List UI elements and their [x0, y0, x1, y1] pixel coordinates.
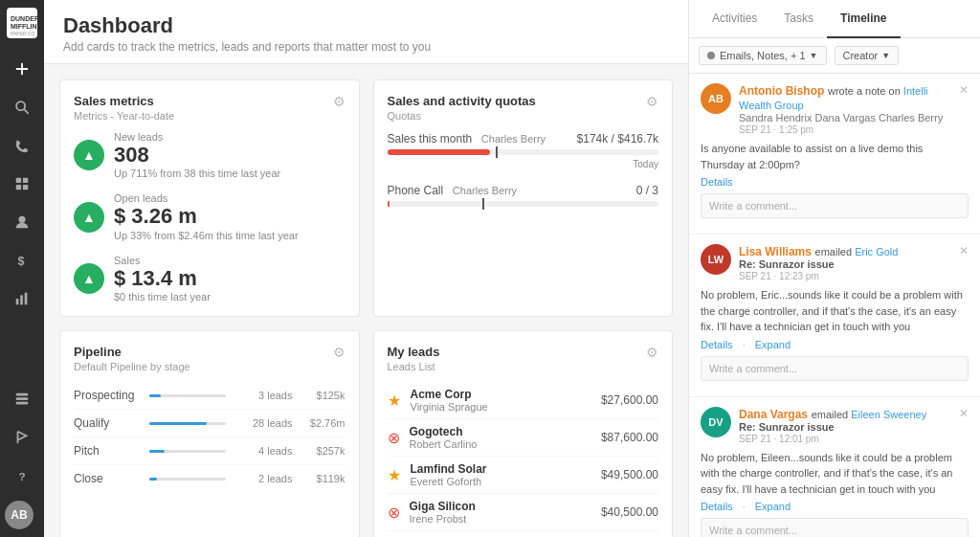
svg-rect-16 [16, 402, 29, 405]
lead-name-gogotech[interactable]: Gogotech [410, 425, 601, 438]
sidebar-item-search[interactable] [5, 90, 39, 124]
pipeline-settings[interactable]: ⚙ [333, 345, 345, 360]
sidebar-item-phone[interactable] [5, 128, 39, 163]
timeline-header-1: AB Antonio Bishop wrote a note on Intell… [701, 83, 969, 135]
list-item: ★ Lamfind Solar Everett Goforth $49,500.… [388, 457, 659, 494]
pipeline-header: Pipeline Default Pipeline by stage ⚙ [74, 345, 345, 372]
sidebar-item-chart[interactable] [5, 281, 39, 316]
comment-box-2[interactable]: Write a comment... [701, 356, 969, 381]
svg-text:PAPER CO.: PAPER CO. [11, 31, 36, 36]
pipeline-row-qualify: Qualify 28 leads $2.76m [74, 410, 345, 437]
sidebar-item-table[interactable] [5, 382, 39, 416]
svg-rect-7 [16, 185, 21, 190]
timeline-links-1: Details [701, 176, 969, 188]
pipeline-leads-close: 2 leads [235, 473, 293, 484]
leads-list: ★ Acme Corp Virginia Sprague $27,600.00 … [388, 382, 659, 537]
lead-star-acme[interactable]: ★ [388, 392, 401, 410]
filter-email-label: Emails, Notes, + 1 [720, 50, 806, 61]
my-leads-title: My leads [388, 345, 440, 359]
timeline-author-1[interactable]: Antonio Bishop [739, 84, 824, 98]
filter-creator-label: Creator [843, 50, 879, 61]
pipeline-bar-fill-qualify [149, 422, 207, 425]
timeline-close-1[interactable]: ✕ [959, 83, 969, 97]
timeline-target-2[interactable]: Eric Gold [855, 246, 898, 257]
pipeline-bar-bg-qualify [149, 422, 226, 425]
filter-email-notes[interactable]: Emails, Notes, + 1 ▼ [699, 46, 827, 65]
lead-name-giga[interactable]: Giga Silicon [410, 500, 601, 513]
sales-quotas-card: Sales and activity quotas Quotas ⚙ Sales… [373, 79, 674, 317]
quota-sales-person: Charles Berry [481, 133, 546, 145]
tab-activities[interactable]: Activities [699, 0, 770, 38]
comment-box-1[interactable]: Write a comment... [701, 193, 969, 218]
pipeline-stage-pitch: Pitch [74, 444, 140, 458]
right-panel: Activities Tasks Timeline Emails, Notes,… [688, 0, 980, 537]
timeline-date-2: SEP 21 · 12:23 pm [739, 271, 955, 281]
lead-name-acme[interactable]: Acme Corp [411, 388, 601, 401]
open-leads-change: Up 33% from $2.46m this time last year [114, 230, 299, 241]
timeline-text-3: No problem, Eileen...sounds like it coul… [701, 450, 969, 498]
timeline-author-3[interactable]: Dana Vargas [739, 408, 808, 421]
quota-sales-amount: $174k / $416.7k [577, 132, 658, 145]
sidebar-item-person[interactable] [5, 205, 39, 239]
avatar[interactable]: AB [5, 501, 33, 529]
timeline-details-3[interactable]: Details [701, 501, 733, 512]
filter-email-arrow: ▼ [810, 51, 818, 60]
lead-star-gogotech[interactable]: ⊗ [388, 429, 400, 447]
timeline-action-3: emailed [812, 409, 852, 420]
sidebar-item-plus[interactable] [5, 52, 39, 86]
timeline-subline-2: Re: Sunrazor issue [739, 258, 955, 270]
sales-metrics-card: Sales metrics Metrics - Year-to-date ⚙ ▲… [59, 79, 360, 317]
svg-text:DUNDER: DUNDER [11, 15, 37, 22]
lead-person-giga: Irene Probst [410, 513, 601, 525]
timeline-action-2: emailed [815, 246, 856, 257]
sidebar-item-question[interactable]: ? [5, 459, 39, 493]
timeline-action-1: wrote a note on [828, 85, 903, 97]
sales-quotas-title: Sales and activity quotas [388, 94, 536, 108]
timeline-expand-2[interactable]: Expand [755, 339, 791, 350]
quota-phone-header: Phone Call Charles Berry 0 / 3 [388, 183, 659, 197]
pipeline-bar-fill-close [149, 478, 157, 481]
metric-sales: ▲ Sales $ 13.4 m $0 this time last year [74, 255, 345, 302]
lead-info-lamfind: Lamfind Solar Everett Goforth [411, 462, 601, 487]
timeline-target-3[interactable]: Eileen Sweeney [851, 409, 926, 420]
timeline-list: AB Antonio Bishop wrote a note on Intell… [689, 74, 980, 537]
pipeline-stage-qualify: Qualify [74, 416, 140, 430]
timeline-close-2[interactable]: ✕ [959, 244, 969, 257]
pipeline-value-qualify: $2.76m [293, 417, 345, 429]
metric-open-leads: ▲ Open leads $ 3.26 m Up 33% from $2.46m… [74, 192, 345, 240]
timeline-details-2[interactable]: Details [701, 339, 733, 350]
app-logo[interactable]: DUNDER MIFFLIN PAPER CO. [7, 8, 37, 38]
timeline-name-3: Dana Vargas emailed Eileen Sweeney [739, 407, 955, 421]
tab-tasks[interactable]: Tasks [770, 0, 827, 38]
lead-person-lamfind: Everett Goforth [411, 476, 601, 487]
sales-metrics-settings[interactable]: ⚙ [333, 94, 345, 109]
sidebar-item-flag[interactable] [5, 420, 39, 455]
svg-rect-8 [23, 185, 28, 190]
timeline-expand-3[interactable]: Expand [755, 501, 791, 512]
filter-creator[interactable]: Creator ▼ [835, 46, 900, 65]
comment-box-3[interactable]: Write a comment... [701, 518, 969, 537]
page-subtitle: Add cards to track the metrics, leads an… [63, 40, 669, 54]
timeline-item-1: AB Antonio Bishop wrote a note on Intell… [689, 74, 980, 235]
pipeline-row-close: Close 2 leads $119k [74, 465, 345, 492]
quota-phone-call: Phone Call Charles Berry 0 / 3 [388, 183, 659, 207]
sidebar-item-dollar[interactable]: $ [5, 243, 39, 278]
lead-star-giga[interactable]: ⊗ [388, 503, 400, 522]
lead-value-acme: $27,600.00 [601, 393, 658, 407]
quota-phone-person: Charles Berry [453, 185, 517, 196]
lead-name-lamfind[interactable]: Lamfind Solar [411, 462, 601, 476]
timeline-details-1[interactable]: Details [701, 176, 733, 188]
sales-quotas-settings[interactable]: ⚙ [646, 94, 658, 109]
quota-sales-bar-bg [388, 149, 659, 155]
tab-timeline[interactable]: Timeline [827, 0, 900, 38]
sales-change: $0 this time last year [114, 291, 211, 302]
open-leads-arrow: ▲ [74, 202, 104, 233]
timeline-author-2[interactable]: Lisa Williams [739, 245, 812, 258]
timeline-name-1: Antonio Bishop wrote a note on Intelli W… [739, 83, 955, 112]
quota-sales-label: Sales this month [388, 132, 473, 145]
my-leads-settings[interactable]: ⚙ [646, 345, 658, 360]
sidebar-item-grid[interactable] [5, 167, 39, 201]
timeline-close-3[interactable]: ✕ [959, 407, 969, 420]
lead-star-lamfind[interactable]: ★ [388, 466, 401, 484]
lead-person-acme: Virginia Sprague [411, 401, 601, 413]
